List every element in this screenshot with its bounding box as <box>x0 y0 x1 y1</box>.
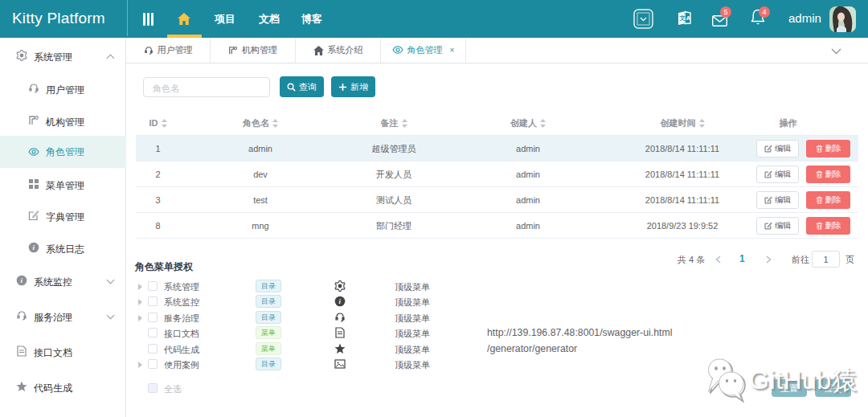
svg-text:A: A <box>686 14 690 22</box>
svg-text:文: 文 <box>678 14 686 22</box>
